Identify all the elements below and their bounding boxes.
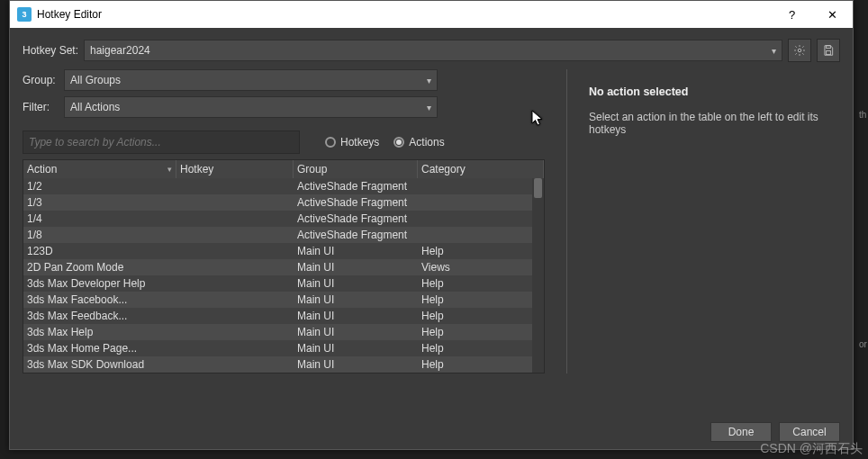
table-row[interactable]: 3ds Max HelpMain UIHelp <box>23 324 544 340</box>
radio-dot <box>325 137 336 148</box>
hotkey-set-dropdown[interactable]: haigear2024 <box>84 40 782 61</box>
col-hotkey[interactable]: Hotkey <box>176 160 294 178</box>
watermark: CSDN @河西石头 <box>760 441 863 457</box>
group-label: Group: <box>23 74 64 86</box>
table-header: Action Hotkey Group Category <box>23 160 544 178</box>
settings-button[interactable] <box>788 39 811 62</box>
hotkey-set-label: Hotkey Set: <box>23 44 84 57</box>
col-category[interactable]: Category <box>418 160 544 178</box>
vertical-divider <box>566 69 567 374</box>
filter-dropdown[interactable]: All Actions <box>64 96 438 118</box>
col-group[interactable]: Group <box>294 160 418 178</box>
app-icon: 3 <box>17 7 32 22</box>
radio-dot <box>393 137 404 148</box>
table-row[interactable]: 3ds Max Developer HelpMain UIHelp <box>23 275 544 292</box>
table-row[interactable]: A360 Cloud Rendering ModeMain UIRender <box>23 373 544 374</box>
gear-icon <box>793 44 806 57</box>
svg-rect-1 <box>827 46 831 49</box>
done-button[interactable]: Done <box>710 422 772 442</box>
radio-actions[interactable]: Actions <box>393 136 444 148</box>
cancel-button[interactable]: Cancel <box>779 422 840 442</box>
svg-rect-2 <box>827 51 831 55</box>
filter-label: Filter: <box>23 101 64 113</box>
table-row[interactable]: 1/8ActiveShade Fragment <box>23 227 544 243</box>
actions-table: Action Hotkey Group Category 1/2ActiveSh… <box>23 159 545 374</box>
table-row[interactable]: 2D Pan Zoom ModeMain UIViews <box>23 259 544 275</box>
hotkey-editor-window: 3 Hotkey Editor ? ✕ Hotkey Set: haigear2… <box>9 0 854 450</box>
svg-point-0 <box>798 49 801 52</box>
col-action[interactable]: Action <box>23 160 176 178</box>
table-row[interactable]: 1/3ActiveShade Fragment <box>23 194 544 211</box>
close-button[interactable]: ✕ <box>812 1 853 28</box>
radio-hotkeys[interactable]: Hotkeys <box>325 136 379 148</box>
detail-panel: No action selected Select an action in t… <box>589 69 840 374</box>
help-button[interactable]: ? <box>772 1 812 28</box>
scroll-thumb[interactable] <box>534 178 542 198</box>
detail-help: Select an action in the table on the lef… <box>589 111 840 136</box>
search-input[interactable] <box>23 130 300 154</box>
table-row[interactable]: 3ds Max SDK DownloadMain UIHelp <box>23 356 544 373</box>
group-dropdown[interactable]: All Groups <box>64 69 438 91</box>
scrollbar[interactable] <box>532 178 544 373</box>
detail-title: No action selected <box>589 86 840 98</box>
table-row[interactable]: 3ds Max Feedback...Main UIHelp <box>23 308 544 324</box>
table-row[interactable]: 123DMain UIHelp <box>23 243 544 259</box>
save-icon <box>822 44 835 57</box>
table-row[interactable]: 3ds Max Home Page...Main UIHelp <box>23 340 544 356</box>
titlebar[interactable]: 3 Hotkey Editor ? ✕ <box>10 1 853 28</box>
table-row[interactable]: 3ds Max Facebook...Main UIHelp <box>23 292 544 308</box>
table-row[interactable]: 1/2ActiveShade Fragment <box>23 178 544 194</box>
window-title: Hotkey Editor <box>37 8 772 21</box>
table-row[interactable]: 1/4ActiveShade Fragment <box>23 211 544 227</box>
save-button[interactable] <box>817 39 840 62</box>
